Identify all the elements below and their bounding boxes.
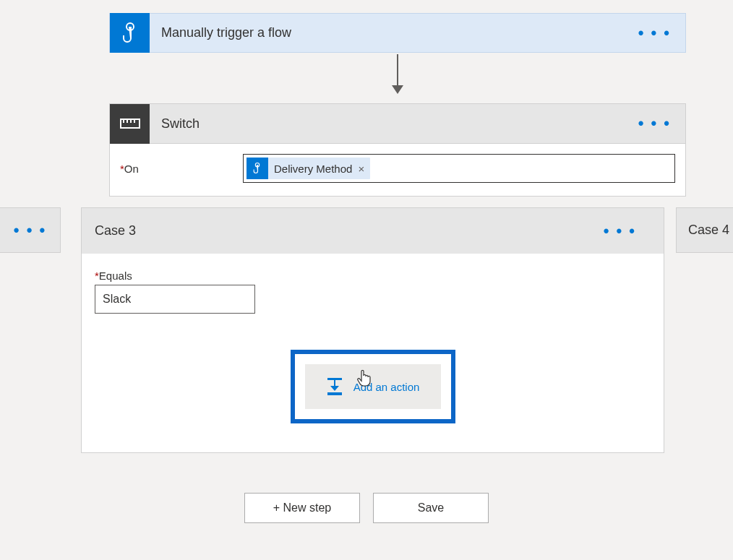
trigger-label: Manually trigger a flow <box>161 25 291 40</box>
switch-body: *On Delivery Method × <box>110 144 685 196</box>
manual-trigger-token-icon <box>252 162 262 175</box>
new-step-button[interactable]: + New step <box>244 493 360 523</box>
on-value-input[interactable]: Delivery Method × <box>243 154 675 183</box>
switch-card: Switch • • • *On Delivery Method × <box>109 103 686 197</box>
switch-icon <box>120 119 140 129</box>
case-card: Case 3 • • • *Equals Add an action <box>81 207 664 453</box>
next-case-title: Case 4 <box>688 223 729 238</box>
trigger-more-menu[interactable]: • • • <box>638 24 671 43</box>
switch-header[interactable]: Switch • • • <box>110 104 685 144</box>
manual-trigger-icon <box>121 22 140 44</box>
case-header[interactable]: Case 3 • • • <box>82 208 664 254</box>
tutorial-highlight: Add an action <box>291 350 455 423</box>
add-action-button[interactable]: Add an action <box>305 364 441 409</box>
switch-icon-box <box>110 104 150 144</box>
next-case-card[interactable]: Case 4 <box>676 207 733 253</box>
bottom-button-row: + New step Save <box>0 493 733 523</box>
equals-input[interactable] <box>95 285 255 314</box>
switch-more-menu[interactable]: • • • <box>638 114 671 133</box>
trigger-card[interactable]: Manually trigger a flow • • • <box>109 13 686 53</box>
token-remove-icon[interactable]: × <box>358 163 364 175</box>
token-icon-box <box>247 158 268 179</box>
trigger-icon-box <box>110 13 150 53</box>
token-label: Delivery Method <box>274 163 352 175</box>
prev-case-more-menu[interactable]: • • • <box>14 221 46 240</box>
on-token-pill: Delivery Method × <box>247 158 370 179</box>
case-body: *Equals Add an action <box>82 254 664 452</box>
equals-label: *Equals <box>95 270 651 282</box>
save-button[interactable]: Save <box>373 493 489 523</box>
add-action-label: Add an action <box>353 381 420 393</box>
on-field-label: *On <box>120 163 243 175</box>
prev-case-card[interactable]: • • • <box>0 207 61 253</box>
switch-label: Switch <box>161 116 200 132</box>
case-title: Case 3 <box>95 223 136 238</box>
flow-arrow <box>397 54 398 94</box>
insert-action-icon <box>326 378 343 395</box>
case-more-menu[interactable]: • • • <box>604 222 636 241</box>
